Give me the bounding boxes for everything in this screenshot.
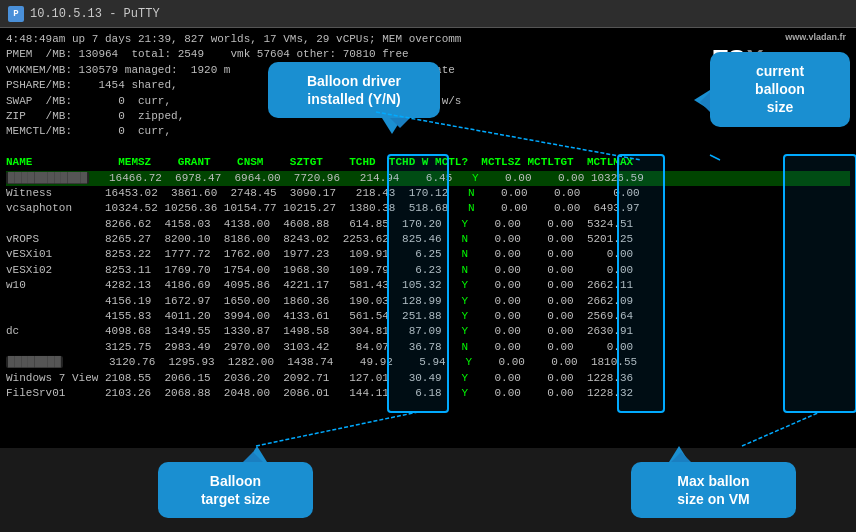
- callout-balloon-driver: Balloon driver installed (Y/N): [268, 62, 440, 118]
- table-row: ████████ 3120.76 1295.93 1282.00 1438.74…: [6, 355, 850, 370]
- window-title: 10.10.5.13 - PuTTY: [30, 7, 160, 21]
- callout-tail: [382, 118, 402, 134]
- callout-current-size: current balloon size: [710, 52, 850, 127]
- table-row: dc 4098.68 1349.55 1330.87 1498.58 304.8…: [6, 324, 850, 339]
- table-row: FileSrv01 2103.26 2068.88 2048.00 2086.0…: [6, 386, 850, 401]
- callout-driver-text: Balloon driver installed (Y/N): [307, 73, 401, 107]
- table-row: ████████████ 16466.72 6978.47 6964.00 77…: [6, 171, 850, 186]
- domain-text: www.vladan.fr: [712, 32, 846, 42]
- table-row: vcsaphoton 10324.52 10256.36 10154.77 10…: [6, 201, 850, 216]
- table-row: 8266.62 4158.03 4138.00 4608.88 614.85 1…: [6, 217, 850, 232]
- title-bar: P 10.10.5.13 - PuTTY: [0, 0, 856, 28]
- callout-current-text: current balloon size: [755, 63, 805, 115]
- callout-tail-up2: [669, 446, 689, 462]
- callout-max-text: Max ballon size on VM: [677, 473, 749, 507]
- callout-tail-up: [247, 446, 267, 462]
- table-row: vESXi02 8253.11 1769.70 1754.00 1968.30 …: [6, 263, 850, 278]
- terminal-line-7: MEMCTL/MB: 0 curr,: [6, 124, 850, 139]
- table-row: vROPS 8265.27 8200.10 8186.00 8243.02 22…: [6, 232, 850, 247]
- callout-target-text: Balloon target size: [201, 473, 270, 507]
- table-row: 4155.83 4011.20 3994.00 4133.61 561.54 2…: [6, 309, 850, 324]
- callout-tail-left: [694, 90, 710, 110]
- table-row: 3125.75 2983.49 2970.00 3103.42 84.07 36…: [6, 340, 850, 355]
- app-icon: P: [8, 6, 24, 22]
- table-header: NAME MEMSZ GRANT CNSM SZTGT TCHD TCHD W …: [6, 155, 850, 170]
- callout-max-size: Max ballon size on VM: [631, 462, 796, 518]
- table-row: 4156.19 1672.97 1650.00 1860.36 190.03 1…: [6, 294, 850, 309]
- terminal-line-8: [6, 140, 850, 155]
- table-row: Witness 16453.02 3861.60 2748.45 3090.17…: [6, 186, 850, 201]
- table-row: w10 4282.13 4186.69 4095.86 4221.17 581.…: [6, 278, 850, 293]
- callout-target-size: Balloon target size: [158, 462, 313, 518]
- table-row: vESXi01 8253.22 1777.72 1762.00 1977.23 …: [6, 247, 850, 262]
- table-row: Windows 7 View 2108.55 2066.15 2036.20 2…: [6, 371, 850, 386]
